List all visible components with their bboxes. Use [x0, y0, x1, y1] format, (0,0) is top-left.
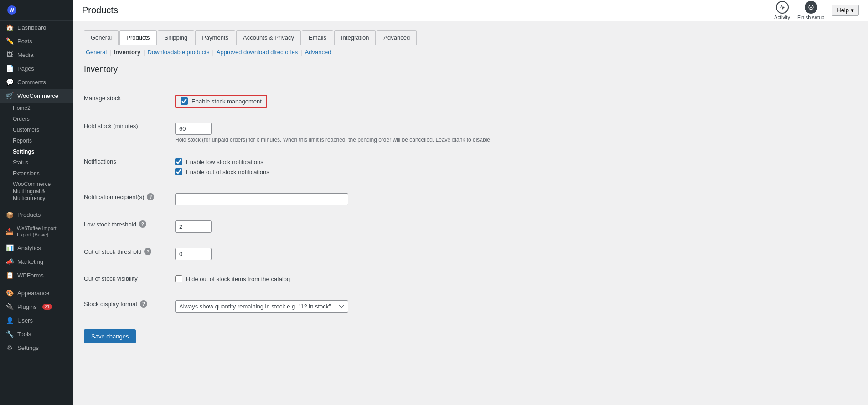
- low-stock-threshold-help-icon[interactable]: ?: [139, 220, 146, 228]
- settings-form: Manage stock Enable stock management Hol…: [84, 87, 494, 320]
- sidebar-sub-woo-multilingual[interactable]: WooCommerce Multilingual & Multicurrency: [0, 179, 73, 204]
- stock-display-format-row: Stock display format ? Always show quant…: [84, 293, 494, 320]
- sidebar-item-products[interactable]: 📦 Products: [0, 208, 73, 222]
- activity-button[interactable]: Activity: [774, 1, 790, 20]
- tab-products[interactable]: Products: [119, 30, 156, 45]
- sidebar-sub-reports[interactable]: Reports: [0, 135, 73, 146]
- stock-display-format-select[interactable]: Always show quantity remaining in stock …: [175, 300, 348, 313]
- subnav-inventory[interactable]: Inventory: [112, 49, 143, 56]
- sidebar-item-analytics[interactable]: 📊 Analytics: [0, 241, 73, 255]
- plugins-icon: 🔌: [5, 303, 14, 310]
- low-stock-threshold-row: Low stock threshold ?: [84, 213, 494, 241]
- low-stock-notification-row: Enable low stock notifications: [175, 158, 494, 165]
- sidebar-item-tools[interactable]: 🔧 Tools: [0, 327, 73, 341]
- sidebar-sub-settings[interactable]: Settings: [0, 146, 73, 157]
- help-dropdown-icon: ▾: [851, 7, 854, 14]
- notification-recipients-input[interactable]: [175, 193, 348, 205]
- out-of-stock-notification-label[interactable]: Enable out of stock notifications: [186, 169, 269, 175]
- pages-icon: 📄: [5, 65, 14, 72]
- sidebar-logo: W: [0, 0, 73, 21]
- dashboard-icon: 🏠: [5, 24, 14, 31]
- notifications-row: Notifications Enable low stock notificat…: [84, 151, 494, 186]
- tab-general[interactable]: General: [84, 30, 119, 45]
- save-changes-button[interactable]: Save changes: [84, 329, 136, 343]
- sidebar-item-posts[interactable]: ✏️ Posts: [0, 34, 73, 48]
- out-of-stock-threshold-row: Out of stock threshold ?: [84, 241, 494, 268]
- notification-recipients-label-row: Notification recipient(s) ?: [84, 193, 166, 200]
- finish-setup-icon: [805, 1, 817, 14]
- low-stock-notification-label[interactable]: Enable low stock notifications: [186, 159, 264, 165]
- out-of-stock-visibility-row: Out of stock visibility Hide out of stoc…: [84, 268, 494, 293]
- notification-recipients-help-icon[interactable]: ?: [147, 193, 154, 200]
- subnav-downloadable[interactable]: Downloadable products: [146, 49, 212, 56]
- notification-recipients-label: Notification recipient(s): [84, 194, 144, 200]
- marketing-icon: 📣: [5, 258, 14, 265]
- svg-point-0: [809, 5, 813, 10]
- out-of-stock-visibility-checkbox-label[interactable]: Hide out of stock items from the catalog: [186, 276, 290, 282]
- out-of-stock-visibility-checkbox[interactable]: [175, 275, 182, 282]
- sidebar-item-users[interactable]: 👤 Users: [0, 313, 73, 327]
- tab-accounts-privacy[interactable]: Accounts & Privacy: [236, 30, 301, 45]
- low-stock-notification-checkbox[interactable]: [175, 158, 182, 165]
- subnav-approved-dirs[interactable]: Approved download directories: [215, 49, 300, 56]
- tabs-navigation: General Products Shipping Payments Accou…: [84, 30, 857, 45]
- notifications-label: Notifications: [84, 151, 175, 186]
- manage-stock-checkbox[interactable]: [181, 97, 188, 105]
- low-stock-threshold-input[interactable]: [175, 220, 212, 233]
- subnav-sep-3: |: [212, 49, 213, 56]
- stock-display-format-help-icon[interactable]: ?: [140, 300, 147, 308]
- sidebar-item-plugins[interactable]: 🔌 Plugins 21: [0, 300, 73, 313]
- tab-shipping[interactable]: Shipping: [158, 30, 195, 45]
- tab-payments[interactable]: Payments: [195, 30, 235, 45]
- sidebar-item-woocommerce[interactable]: 🛒 WooCommerce: [0, 89, 73, 103]
- analytics-icon: 📊: [5, 244, 14, 251]
- sidebar-item-comments[interactable]: 💬 Comments: [0, 75, 73, 89]
- sidebar-item-pages[interactable]: 📄 Pages: [0, 62, 73, 75]
- finish-setup-button[interactable]: Finish setup: [797, 1, 824, 20]
- manage-stock-highlight-box: Enable stock management: [175, 95, 267, 108]
- manage-stock-row: Manage stock Enable stock management: [84, 87, 494, 115]
- users-icon: 👤: [5, 317, 14, 324]
- wpforms-icon: 📋: [5, 272, 14, 279]
- out-of-stock-threshold-help-icon[interactable]: ?: [144, 248, 151, 255]
- hold-stock-input[interactable]: [175, 123, 212, 135]
- stock-display-format-label: Stock display format: [84, 301, 137, 308]
- sidebar-item-wpforms[interactable]: 📋 WPForms: [0, 268, 73, 282]
- out-of-stock-threshold-label-row: Out of stock threshold ?: [84, 248, 166, 255]
- help-button[interactable]: Help ▾: [832, 5, 859, 16]
- out-of-stock-notification-checkbox[interactable]: [175, 168, 182, 175]
- wordpress-icon: W: [7, 5, 16, 15]
- out-of-stock-notification-row: Enable out of stock notifications: [175, 168, 494, 175]
- tab-emails[interactable]: Emails: [302, 30, 333, 45]
- sidebar-divider-1: [0, 206, 73, 206]
- save-area: Save changes: [84, 329, 857, 343]
- out-of-stock-threshold-label: Out of stock threshold: [84, 248, 141, 255]
- out-of-stock-threshold-input[interactable]: [175, 248, 212, 260]
- sidebar-item-appearance[interactable]: 🎨 Appearance: [0, 286, 73, 300]
- sidebar-sub-home[interactable]: Home 2: [0, 103, 73, 113]
- content-area: General Products Shipping Payments Accou…: [73, 21, 868, 405]
- sidebar-item-marketing[interactable]: 📣 Marketing: [0, 255, 73, 268]
- sidebar-sub-customers[interactable]: Customers: [0, 124, 73, 135]
- subnav-advanced[interactable]: Advanced: [303, 49, 333, 56]
- tab-advanced[interactable]: Advanced: [377, 30, 417, 45]
- sidebar-item-settings-main[interactable]: ⚙ Settings: [0, 341, 73, 354]
- sidebar-sub-status[interactable]: Status: [0, 157, 73, 168]
- sidebar-item-webtoffee[interactable]: 📤 WeбToffee Import Export (Basic): [0, 222, 73, 241]
- hold-stock-help: Hold stock (for unpaid orders) for x min…: [175, 137, 494, 143]
- sidebar-sub-extensions[interactable]: Extensions: [0, 168, 73, 179]
- sidebar-item-media[interactable]: 🖼 Media: [0, 48, 73, 62]
- sidebar-item-dashboard[interactable]: 🏠 Dashboard: [0, 21, 73, 34]
- subnav-general[interactable]: General: [84, 49, 108, 56]
- low-stock-threshold-label: Low stock threshold: [84, 221, 136, 228]
- tools-icon: 🔧: [5, 330, 14, 338]
- hold-stock-row: Hold stock (minutes) Hold stock (for unp…: [84, 115, 494, 151]
- home-badge: 2: [27, 105, 31, 111]
- settings-main-icon: ⚙: [5, 344, 14, 351]
- plugins-badge: 21: [42, 304, 52, 310]
- tab-integration[interactable]: Integration: [334, 30, 376, 45]
- manage-stock-label: Manage stock: [84, 87, 175, 115]
- stock-display-format-label-row: Stock display format ?: [84, 300, 166, 308]
- manage-stock-checkbox-label[interactable]: Enable stock management: [191, 98, 262, 105]
- sidebar-sub-orders[interactable]: Orders: [0, 113, 73, 124]
